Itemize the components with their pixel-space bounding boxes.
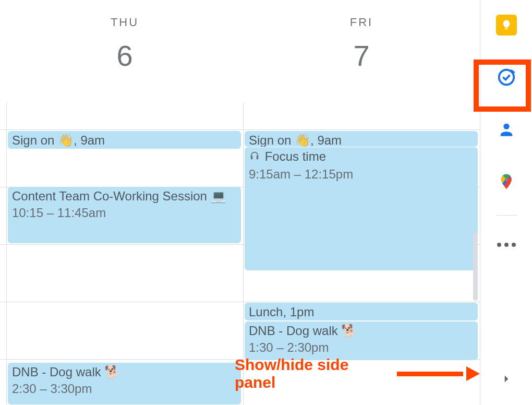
- tasks-icon[interactable]: [494, 65, 519, 90]
- maps-icon[interactable]: [494, 169, 519, 194]
- event-title: DNB - Dog walk 🐕: [249, 323, 474, 339]
- headphones-icon: [249, 149, 261, 166]
- keep-icon[interactable]: [494, 13, 519, 38]
- svg-point-0: [499, 70, 514, 85]
- toggle-side-panel-button[interactable]: [480, 368, 532, 389]
- day-of-week-label: FRI: [243, 16, 480, 29]
- day-column-fri[interactable]: Sign on 👋, 9am Focus time 9:15am – 12:15…: [243, 102, 480, 405]
- rail-divider: [496, 215, 517, 216]
- event-title-text: Focus time: [265, 149, 326, 163]
- event-title: Focus time: [249, 148, 474, 166]
- event-lunch[interactable]: Lunch, 1pm: [245, 303, 478, 320]
- day-column-thu[interactable]: Sign on 👋, 9am Content Team Co-Working S…: [6, 102, 243, 405]
- event-title: Sign on 👋, 9am: [12, 132, 237, 149]
- event-coworking[interactable]: Content Team Co-Working Session 💻 10:15 …: [8, 187, 241, 243]
- more-icon: [497, 243, 516, 247]
- event-title: DNB - Dog walk 🐕: [12, 364, 237, 380]
- svg-point-2: [504, 177, 508, 181]
- event-time: 10:15 – 11:45am: [12, 205, 237, 221]
- event-title: Lunch, 1pm: [249, 304, 474, 320]
- event-time: 9:15am – 12:15pm: [249, 166, 474, 183]
- day-of-week-label: THU: [6, 16, 243, 29]
- day-number: 6: [6, 39, 243, 73]
- svg-point-1: [503, 124, 509, 129]
- calendar-grid[interactable]: THU 6 FRI 7 Sign on 👋, 9am: [0, 0, 480, 405]
- event-dog-walk-fri[interactable]: DNB - Dog walk 🐕 1:30 – 2:30pm: [245, 321, 478, 360]
- get-addons-button[interactable]: [494, 232, 519, 257]
- day-header-fri[interactable]: FRI 7: [243, 0, 480, 94]
- side-panel-rail: [480, 0, 532, 405]
- day-header-thu[interactable]: THU 6: [6, 0, 243, 94]
- scrollbar-thumb[interactable]: [473, 233, 478, 301]
- chevron-right-icon: [500, 372, 513, 386]
- day-number: 7: [243, 39, 480, 73]
- event-time: 1:30 – 2:30pm: [249, 339, 474, 356]
- event-title: Content Team Co-Working Session 💻: [12, 188, 237, 205]
- event-focus-time[interactable]: Focus time 9:15am – 12:15pm: [245, 147, 478, 270]
- event-title: Sign on 👋, 9am: [249, 132, 474, 147]
- event-sign-on-thu[interactable]: Sign on 👋, 9am: [8, 131, 241, 149]
- event-dog-walk-thu[interactable]: DNB - Dog walk 🐕 2:30 – 3:30pm: [8, 363, 241, 404]
- event-sign-on-fri[interactable]: Sign on 👋, 9am: [245, 131, 478, 147]
- contacts-icon[interactable]: [494, 117, 519, 142]
- event-time: 2:30 – 3:30pm: [12, 380, 237, 397]
